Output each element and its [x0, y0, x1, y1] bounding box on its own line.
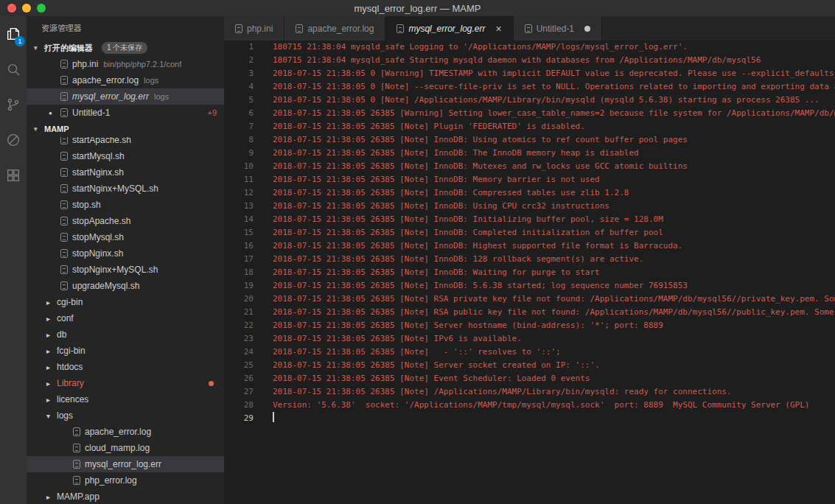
line-number: 9	[224, 147, 254, 160]
open-editor-item[interactable]: mysql_error_log.errlogs	[27, 88, 224, 105]
folder-item-logs[interactable]: ▾logs	[27, 407, 224, 424]
file-icon	[60, 184, 68, 193]
folder-item-library[interactable]: ▸Library	[27, 375, 224, 391]
activity-bar: 1	[0, 16, 27, 504]
folder-item-conf[interactable]: ▸conf	[27, 310, 224, 326]
close-window-button[interactable]	[7, 4, 16, 13]
editor-line[interactable]: 222018-07-15 21:38:05 26385 [Note] Serve…	[224, 319, 835, 332]
tab-label: apache_error.log	[307, 24, 374, 34]
line-text: 2018-07-15 21:38:05 26385 [Note] RSA pub…	[273, 306, 835, 319]
line-text: 2018-07-15 21:38:05 26385 [Note] InnoDB:…	[273, 213, 663, 226]
chevron-right-icon: ▸	[46, 347, 57, 355]
file-name: stopMysql.sh	[72, 232, 124, 242]
zoom-window-button[interactable]	[37, 4, 46, 13]
file-icon	[60, 265, 68, 274]
line-text: 2018-07-15 21:38:05 26385 [Note] InnoDB:…	[273, 239, 682, 253]
modified-dot: ●	[49, 110, 60, 116]
editor-line[interactable]: 252018-07-15 21:38:05 26385 [Note] Serve…	[224, 359, 835, 372]
editor-line[interactable]: 1180715 21:38:04 mysqld_safe Logging to …	[224, 41, 835, 54]
editor-line[interactable]: 82018-07-15 21:38:05 26385 [Note] InnoDB…	[224, 133, 835, 147]
editor-line[interactable]: 52018-07-15 21:38:05 0 [Note] /Applicati…	[224, 94, 835, 107]
file-item-startmysql-sh[interactable]: startMysql.sh	[27, 148, 224, 164]
folder-item-db[interactable]: ▸db	[27, 326, 224, 343]
activity-source-control[interactable]	[0, 87, 27, 122]
open-editor-item[interactable]: apache_error.loglogs	[27, 72, 224, 88]
editor-line[interactable]: 152018-07-15 21:38:05 26385 [Note] InnoD…	[224, 226, 835, 239]
titlebar: mysql_error_log.err — MAMP	[0, 0, 835, 16]
minimize-window-button[interactable]	[22, 4, 31, 13]
file-icon	[60, 76, 68, 85]
open-editor-item[interactable]: ●Untitled-1+9	[27, 105, 224, 121]
folder-item-htdocs[interactable]: ▸htdocs	[27, 359, 224, 375]
editor-line[interactable]: 202018-07-15 21:38:05 26385 [Note] RSA p…	[224, 293, 835, 306]
editor-line[interactable]: 192018-07-15 21:38:05 26385 [Note] InnoD…	[224, 279, 835, 293]
editor-line[interactable]: 272018-07-15 21:38:05 26385 [Note] /Appl…	[224, 385, 835, 399]
line-number: 24	[224, 346, 254, 359]
close-icon[interactable]: ×	[496, 24, 502, 34]
editor-line[interactable]: 62018-07-15 21:38:05 26385 [Warning] Set…	[224, 107, 835, 120]
line-number: 2	[224, 54, 254, 67]
editor-line[interactable]: 42018-07-15 21:38:05 0 [Note] --secure-f…	[224, 80, 835, 94]
editor-line[interactable]: 2180715 21:38:04 mysqld_safe Starting my…	[224, 54, 835, 67]
line-number: 7	[224, 120, 254, 133]
editor-line[interactable]: 32018-07-15 21:38:05 0 [Warning] TIMESTA…	[224, 67, 835, 80]
line-text: 2018-07-15 21:38:05 26385 [Note] InnoDB:…	[273, 200, 609, 213]
tab-untitled-1[interactable]: Untitled-1	[514, 16, 602, 41]
file-item-mysql-error-log-err[interactable]: mysql_error_log.err	[27, 456, 224, 472]
file-icon	[396, 24, 404, 33]
editor-line[interactable]: 92018-07-15 21:38:05 26385 [Note] InnoDB…	[224, 147, 835, 160]
tab-mysql-error-log-err[interactable]: mysql_error_log.err×	[385, 16, 513, 41]
activity-explorer[interactable]: 1	[0, 16, 27, 52]
line-number: 16	[224, 239, 254, 253]
tab-php-ini[interactable]: php.ini	[224, 16, 284, 41]
activity-extensions[interactable]	[0, 158, 27, 193]
editor-line[interactable]: 232018-07-15 21:38:05 26385 [Note] IPv6 …	[224, 332, 835, 346]
editor-line[interactable]: 242018-07-15 21:38:05 26385 [Note] - '::…	[224, 346, 835, 359]
folder-item-licences[interactable]: ▸licences	[27, 391, 224, 407]
activity-search[interactable]	[0, 52, 27, 87]
chevron-right-icon: ▸	[46, 379, 57, 388]
line-number: 22	[224, 319, 254, 332]
folder-root-mamp[interactable]: ▾ MAMP	[27, 121, 224, 137]
editor-line[interactable]: 262018-07-15 21:38:05 26385 [Note] Event…	[224, 372, 835, 385]
file-item-stopapache-sh[interactable]: stopApache.sh	[27, 213, 224, 229]
file-item-stopnginx-sh[interactable]: stopNginx.sh	[27, 245, 224, 262]
editor-line[interactable]: 72018-07-15 21:38:05 26385 [Note] Plugin…	[224, 120, 835, 133]
file-icon	[60, 249, 68, 258]
editor-line[interactable]: 162018-07-15 21:38:05 26385 [Note] InnoD…	[224, 239, 835, 253]
tab-apache-error-log[interactable]: apache_error.log	[284, 16, 385, 41]
editor-line[interactable]: 102018-07-15 21:38:05 26385 [Note] InnoD…	[224, 160, 835, 173]
editor-line[interactable]: 29	[224, 412, 835, 425]
editor-line[interactable]: 212018-07-15 21:38:05 26385 [Note] RSA p…	[224, 306, 835, 319]
open-editor-item[interactable]: php.inibin/php/php7.2.1/conf	[27, 56, 224, 72]
file-item-startnginx-sh[interactable]: startNginx.sh	[27, 164, 224, 181]
folder-name: logs	[57, 410, 73, 421]
line-text: 2018-07-15 21:38:05 26385 [Note] InnoDB:…	[273, 160, 688, 173]
editor-line[interactable]: 132018-07-15 21:38:05 26385 [Note] InnoD…	[224, 200, 835, 213]
file-icon	[60, 92, 68, 101]
editor-line[interactable]: 112018-07-15 21:38:05 26385 [Note] InnoD…	[224, 173, 835, 186]
editor-line[interactable]: 172018-07-15 21:38:05 26385 [Note] InnoD…	[224, 253, 835, 266]
file-icon	[73, 444, 80, 452]
file-item-stopnginx-mysql-sh[interactable]: stopNginx+MySQL.sh	[27, 262, 224, 278]
activity-debug[interactable]	[0, 122, 27, 158]
editor-line[interactable]: 28Version: '5.6.38' socket: '/Applicatio…	[224, 399, 835, 412]
editor-line[interactable]: 182018-07-15 21:38:05 26385 [Note] InnoD…	[224, 266, 835, 279]
editor-line[interactable]: 142018-07-15 21:38:05 26385 [Note] InnoD…	[224, 213, 835, 226]
file-item-stop-sh[interactable]: stop.sh	[27, 197, 224, 213]
folder-item-fcgi-bin[interactable]: ▸fcgi-bin	[27, 343, 224, 359]
file-item-php-error-log[interactable]: php_error.log	[27, 472, 224, 489]
file-item-cloud-mamp-log[interactable]: cloud_mamp.log	[27, 440, 224, 456]
editor-line[interactable]: 122018-07-15 21:38:05 26385 [Note] InnoD…	[224, 186, 835, 200]
file-item-apache-error-log[interactable]: apache_error.log	[27, 424, 224, 440]
line-number: 8	[224, 133, 254, 147]
editor-content[interactable]: 1180715 21:38:04 mysqld_safe Logging to …	[224, 41, 835, 504]
file-item-stopmysql-sh[interactable]: stopMysql.sh	[27, 229, 224, 245]
open-editors-header[interactable]: ▾ 打开的编辑器 1 个未保存	[27, 40, 224, 56]
folder-item-mamp-app[interactable]: ▸MAMP.app	[27, 489, 224, 504]
file-name: cloud_mamp.log	[85, 443, 150, 453]
file-item-startnginx-mysql-sh[interactable]: startNginx+MySQL.sh	[27, 181, 224, 197]
folder-item-cgi-bin[interactable]: ▸cgi-bin	[27, 294, 224, 310]
file-item-upgrademysql-sh[interactable]: upgradeMysql.sh	[27, 278, 224, 294]
modified-dot	[584, 26, 590, 32]
